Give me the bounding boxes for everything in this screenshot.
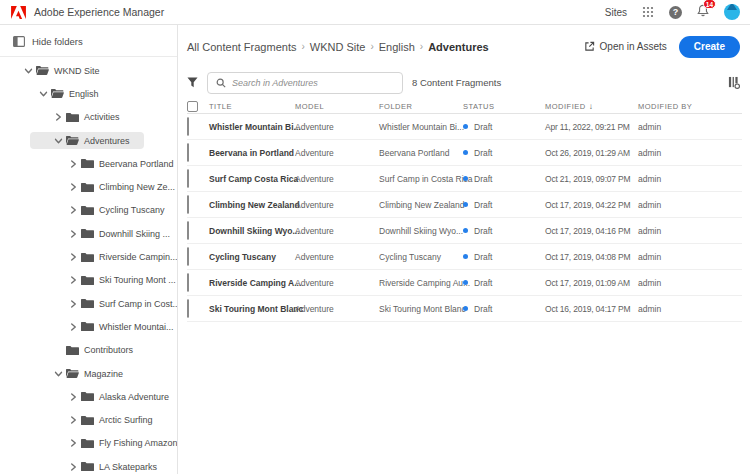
create-button[interactable]: Create: [679, 36, 740, 58]
table-row[interactable]: Surf Camp Costa Rica Adventure Surf Camp…: [187, 166, 742, 192]
row-checkbox[interactable]: [187, 117, 189, 136]
tree-item[interactable]: Cycling Tuscany: [45, 202, 178, 219]
cell-title[interactable]: Ski Touring Mont Blanc: [209, 304, 295, 314]
tree-item[interactable]: Adventures: [30, 132, 144, 149]
tree-item[interactable]: Surf Camp in Cost...: [45, 295, 178, 312]
chevron-icon[interactable]: [54, 137, 62, 145]
tree-item[interactable]: Activities: [30, 109, 134, 126]
row-checkbox[interactable]: [187, 299, 189, 318]
folder-icon: [66, 112, 79, 123]
help-icon[interactable]: ?: [669, 6, 682, 19]
select-all-checkbox[interactable]: [187, 101, 198, 112]
chevron-icon[interactable]: [39, 90, 47, 98]
app-switcher-icon[interactable]: [642, 6, 654, 18]
tree-item[interactable]: Climbing New Ze...: [45, 179, 178, 196]
cell-modified: Oct 17, 2019, 04:08 PM: [545, 252, 638, 262]
sites-switcher[interactable]: Sites: [605, 7, 627, 18]
tree-item[interactable]: Beervana Portland: [45, 155, 178, 172]
tree-item[interactable]: WKND Site: [0, 62, 114, 79]
folder-icon: [81, 205, 94, 216]
row-checkbox[interactable]: [187, 247, 189, 266]
cell-modified-by: admin: [638, 200, 742, 210]
cell-title[interactable]: Beervana in Portland: [209, 148, 295, 158]
chevron-icon[interactable]: [69, 183, 77, 191]
table-row[interactable]: Cycling Tuscany Adventure Cycling Tuscan…: [187, 244, 742, 270]
row-checkbox[interactable]: [187, 273, 189, 292]
column-header-model[interactable]: MODEL: [295, 102, 379, 111]
status-dot-icon: [463, 280, 468, 285]
cell-status: Draft: [463, 174, 545, 184]
column-header-title[interactable]: TITLE: [209, 102, 295, 111]
chevron-icon[interactable]: [69, 439, 77, 447]
tree-item[interactable]: Contributors: [30, 342, 147, 359]
table-row[interactable]: Downhill Skiing Wyo... Adventure Downhil…: [187, 218, 742, 244]
chevron-icon[interactable]: [69, 393, 77, 401]
cell-title[interactable]: Downhill Skiing Wyo...: [209, 226, 295, 236]
cell-modified-by: admin: [638, 174, 742, 184]
folder-tree: WKND Site English Activities Adventures: [0, 57, 177, 474]
status-label: Draft: [474, 122, 492, 132]
column-header-modified[interactable]: MODIFIED ↓: [545, 102, 638, 111]
top-bar: Adobe Experience Manager Sites ? 14: [0, 0, 750, 25]
user-avatar[interactable]: [724, 4, 740, 20]
tree-item[interactable]: English: [15, 85, 113, 102]
table-row[interactable]: Beervana in Portland Adventure Beervana …: [187, 140, 742, 166]
tree-item[interactable]: Arctic Surfing: [45, 412, 167, 429]
tree-item[interactable]: LA Skateparks: [45, 458, 171, 474]
notifications-bell-icon[interactable]: 14: [697, 3, 709, 21]
folder-icon: [36, 65, 49, 76]
chevron-icon[interactable]: [69, 300, 77, 308]
column-header-status[interactable]: STATUS: [463, 102, 545, 111]
table-row[interactable]: Whistler Mountain Bi... Adventure Whistl…: [187, 114, 742, 140]
column-header-modified-by[interactable]: MODIFIED BY: [638, 102, 742, 111]
chevron-icon[interactable]: [69, 463, 77, 471]
folder-icon: [81, 438, 94, 449]
cell-title[interactable]: Climbing New Zealand: [209, 200, 295, 210]
cell-title[interactable]: Surf Camp Costa Rica: [209, 174, 295, 184]
filter-icon[interactable]: [187, 77, 198, 88]
table-row[interactable]: Climbing New Zealand Adventure Climbing …: [187, 192, 742, 218]
tree-item[interactable]: Riverside Campin...: [45, 249, 178, 266]
chevron-icon[interactable]: [69, 160, 77, 168]
tree-item[interactable]: Downhill Skiing ...: [45, 225, 178, 242]
breadcrumb-item[interactable]: All Content Fragments: [187, 41, 296, 53]
tree-item[interactable]: Whistler Mountai...: [45, 318, 178, 335]
cell-title[interactable]: Whistler Mountain Bi...: [209, 122, 295, 132]
open-in-assets-button[interactable]: Open in Assets: [584, 41, 667, 52]
row-checkbox[interactable]: [187, 195, 189, 214]
hide-folders-label: Hide folders: [32, 36, 83, 47]
cell-title[interactable]: Cycling Tuscany: [209, 252, 295, 262]
chevron-icon[interactable]: [69, 253, 77, 261]
tree-item[interactable]: Alaska Adventure: [45, 388, 178, 405]
row-checkbox[interactable]: [187, 143, 189, 162]
tree-item[interactable]: Fly Fishing Amazon: [45, 435, 178, 452]
table-row[interactable]: Ski Touring Mont Blanc Adventure Ski Tou…: [187, 296, 742, 322]
chevron-icon[interactable]: [69, 276, 77, 284]
chevron-icon[interactable]: [69, 230, 77, 238]
chevron-icon[interactable]: [24, 67, 32, 75]
hide-folders-button[interactable]: Hide folders: [0, 30, 177, 52]
status-label: Draft: [474, 252, 492, 262]
chevron-icon[interactable]: [69, 323, 77, 331]
breadcrumb-item[interactable]: English: [379, 41, 415, 53]
tree-item[interactable]: Magazine: [30, 365, 137, 382]
row-checkbox[interactable]: [187, 169, 189, 188]
row-checkbox[interactable]: [187, 221, 189, 240]
cell-model: Adventure: [295, 252, 379, 262]
chevron-icon[interactable]: [54, 113, 62, 121]
column-header-folder[interactable]: FOLDER: [379, 102, 463, 111]
chevron-icon[interactable]: [54, 370, 62, 378]
search-input[interactable]: [232, 78, 394, 88]
chevron-icon[interactable]: [69, 416, 77, 424]
chevron-icon[interactable]: [69, 206, 77, 214]
folder-icon: [66, 368, 79, 379]
cell-status: Draft: [463, 148, 545, 158]
column-settings-icon[interactable]: [728, 76, 740, 89]
tree-item[interactable]: Ski Touring Mont ...: [45, 272, 178, 289]
cell-modified-by: admin: [638, 304, 742, 314]
tree-item-label: Adventures: [84, 136, 130, 146]
table-row[interactable]: Riverside Camping A... Adventure Riversi…: [187, 270, 742, 296]
tree-row: Alaska Adventure: [0, 385, 177, 408]
cell-title[interactable]: Riverside Camping A...: [209, 278, 295, 288]
breadcrumb-item[interactable]: WKND Site: [310, 41, 366, 53]
